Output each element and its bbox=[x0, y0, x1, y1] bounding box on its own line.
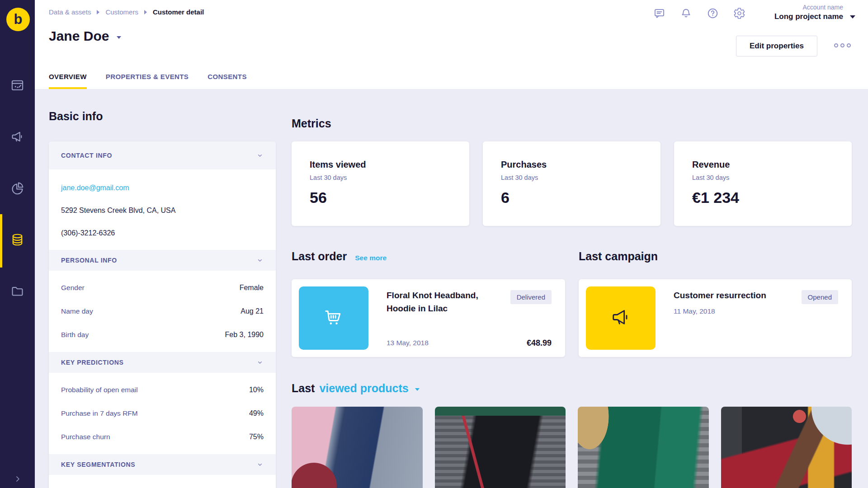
table-row: Gender Female bbox=[61, 276, 264, 300]
chevron-down-icon bbox=[256, 461, 264, 468]
table-row: Birth day Feb 3, 1990 bbox=[61, 323, 264, 347]
more-options-button[interactable] bbox=[834, 43, 851, 47]
metric-card-purchases[interactable]: Purchases Last 30 days 6 bbox=[483, 141, 660, 226]
row-label: Purchase churn bbox=[61, 433, 110, 441]
main-content: Basic info CONTACT INFO jane.doe@gmail.c… bbox=[35, 89, 868, 488]
order-date: 13 May, 2018 bbox=[387, 339, 429, 347]
metric-cards: Items viewed Last 30 days 56 Purchases L… bbox=[292, 141, 852, 226]
see-more-link[interactable]: See more bbox=[355, 254, 387, 262]
contact-info-block: jane.doe@gmail.com 5292 Stevens Creek Bl… bbox=[49, 169, 276, 250]
chevron-down-icon bbox=[256, 359, 264, 366]
metric-title: Revenue bbox=[692, 160, 852, 170]
key-segmentations-title: KEY SEGMENTATIONS bbox=[61, 461, 135, 468]
last-campaign-card[interactable]: Customer resurrection Opened 11 May, 201… bbox=[579, 279, 852, 357]
sidebar-item-campaigns[interactable] bbox=[0, 127, 35, 148]
campaigns-megaphone-icon bbox=[10, 130, 24, 145]
breadcrumb-customers[interactable]: Customers bbox=[105, 8, 138, 16]
page-title: Jane Doe bbox=[49, 28, 109, 44]
chevron-down-icon bbox=[256, 152, 264, 159]
product-image-4[interactable] bbox=[721, 407, 852, 488]
last-viewed-selector[interactable]: viewed products bbox=[319, 382, 408, 395]
metric-title: Items viewed bbox=[310, 160, 469, 170]
dot-icon bbox=[847, 43, 851, 47]
topbar: Data & assets Customers Customer detail bbox=[35, 0, 868, 89]
campaign-date: 11 May, 2018 bbox=[674, 307, 715, 315]
product-image-2[interactable] bbox=[435, 407, 566, 488]
metrics-heading: Metrics bbox=[292, 117, 331, 130]
account-name-label: Account name bbox=[774, 4, 843, 11]
chat-icon[interactable] bbox=[653, 7, 665, 19]
data-database-icon bbox=[10, 233, 24, 249]
breadcrumb: Data & assets Customers Customer detail bbox=[49, 8, 204, 16]
product-image-3[interactable] bbox=[578, 407, 709, 488]
metric-value: 6 bbox=[501, 189, 660, 206]
sidebar-item-web-personalization[interactable] bbox=[0, 75, 35, 97]
chevron-down-icon bbox=[256, 257, 264, 264]
help-icon[interactable] bbox=[707, 7, 719, 19]
chevron-right-icon bbox=[13, 474, 22, 485]
metric-period: Last 30 days bbox=[692, 174, 852, 181]
sidebar-nav bbox=[0, 75, 35, 303]
row-label: Gender bbox=[61, 284, 85, 292]
order-price: €48.99 bbox=[527, 338, 552, 348]
breadcrumb-data-assets[interactable]: Data & assets bbox=[49, 8, 91, 16]
assets-folder-icon bbox=[10, 284, 24, 300]
tab-overview[interactable]: OVERVIEW bbox=[49, 73, 87, 89]
breadcrumb-separator-icon bbox=[97, 10, 99, 14]
table-row: Name day Aug 21 bbox=[61, 300, 264, 323]
last-order-card[interactable]: Floral Knot Headband, Hoodie in Lilac De… bbox=[292, 279, 565, 357]
brand-logo[interactable]: b bbox=[6, 8, 30, 31]
sidebar: b bbox=[0, 0, 35, 488]
sidebar-item-data[interactable] bbox=[0, 230, 35, 251]
personal-info-title: PERSONAL INFO bbox=[61, 257, 117, 264]
last-order-heading-row: Last order See more bbox=[292, 250, 387, 263]
metric-title: Purchases bbox=[501, 160, 660, 170]
order-product-title: Floral Knot Headband, Hoodie in Lilac bbox=[387, 289, 497, 315]
customer-dropdown-caret-icon[interactable] bbox=[117, 36, 121, 39]
contact-info-section-header[interactable]: CONTACT INFO bbox=[49, 141, 276, 169]
last-viewed-heading: Last viewed products bbox=[292, 382, 420, 395]
dot-icon bbox=[834, 43, 838, 47]
metric-period: Last 30 days bbox=[501, 174, 660, 181]
tab-properties-events[interactable]: PROPERTIES & EVENTS bbox=[106, 73, 189, 89]
last-order-heading: Last order bbox=[292, 250, 347, 263]
key-segmentations-section-header[interactable]: KEY SEGMENTATIONS bbox=[49, 454, 276, 475]
bell-icon[interactable] bbox=[680, 7, 692, 19]
row-label: Purchase in 7 days RFM bbox=[61, 409, 138, 418]
tab-consents[interactable]: CONSENTS bbox=[208, 73, 247, 89]
project-name-label: Long project name bbox=[774, 12, 843, 21]
topbar-icons bbox=[653, 7, 745, 19]
row-label: Probability of open email bbox=[61, 386, 138, 394]
tabs: OVERVIEW PROPERTIES & EVENTS CONSENTS bbox=[49, 73, 247, 89]
metric-period: Last 30 days bbox=[310, 174, 469, 181]
chevron-down-icon[interactable] bbox=[415, 388, 420, 391]
key-predictions-section-header[interactable]: KEY PREDICTIONS bbox=[49, 352, 276, 373]
order-status-badge: Delivered bbox=[510, 290, 552, 304]
table-row: Purchase churn 75% bbox=[61, 425, 264, 449]
last-campaign-heading: Last campaign bbox=[579, 250, 658, 263]
edit-properties-button[interactable]: Edit properties bbox=[736, 36, 817, 56]
sidebar-item-analytics[interactable] bbox=[0, 178, 35, 200]
row-value: 10% bbox=[249, 386, 264, 394]
personal-info-section-header[interactable]: PERSONAL INFO bbox=[49, 250, 276, 271]
metric-card-revenue[interactable]: Revenue Last 30 days €1 234 bbox=[674, 141, 852, 226]
analytics-pie-icon bbox=[10, 181, 24, 197]
account-switcher[interactable]: Account name Long project name bbox=[774, 4, 855, 21]
basic-info-heading: Basic info bbox=[49, 110, 103, 123]
brand-logo-letter: b bbox=[14, 11, 23, 28]
key-predictions-title: KEY PREDICTIONS bbox=[61, 359, 124, 366]
metric-card-items-viewed[interactable]: Items viewed Last 30 days 56 bbox=[292, 141, 469, 226]
account-text: Account name Long project name bbox=[774, 4, 843, 21]
gear-icon[interactable] bbox=[733, 7, 745, 19]
product-image-1[interactable] bbox=[292, 407, 423, 488]
customer-email-link[interactable]: jane.doe@gmail.com bbox=[61, 177, 264, 199]
megaphone-icon bbox=[610, 307, 631, 329]
web-personalization-icon bbox=[10, 78, 24, 94]
campaign-status-badge: Opened bbox=[802, 290, 838, 304]
sidebar-collapse-toggle[interactable] bbox=[0, 474, 35, 485]
key-predictions-rows: Probability of open email 10% Purchase i… bbox=[49, 373, 276, 454]
sidebar-item-assets[interactable] bbox=[0, 281, 35, 303]
metric-value: 56 bbox=[310, 189, 469, 206]
row-label: Name day bbox=[61, 307, 93, 315]
cart-icon bbox=[323, 307, 344, 329]
